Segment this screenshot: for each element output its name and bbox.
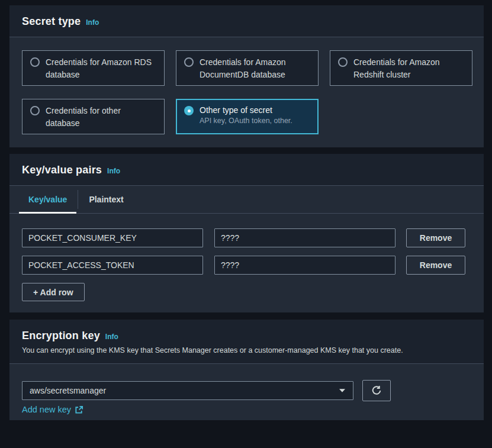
option-label: Credentials for Amazon Redshift cluster xyxy=(353,56,464,81)
key-value-row: Remove xyxy=(22,256,471,275)
option-other-type-of-secret[interactable]: Other type of secret API key, OAuth toke… xyxy=(176,99,319,134)
add-new-key-link[interactable]: Add new key xyxy=(22,405,83,414)
add-row-button[interactable]: + Add row xyxy=(22,283,85,301)
secret-type-title: Secret type xyxy=(22,15,81,28)
encryption-key-body: aws/secretsmanager Add new key xyxy=(9,364,484,420)
key-value-body: Remove Remove + Add row xyxy=(9,214,484,312)
key-value-pairs-header: Key/value pairs Info xyxy=(9,154,484,186)
key-input[interactable] xyxy=(22,256,203,275)
add-new-key-label: Add new key xyxy=(22,405,71,414)
radio-unselected-icon[interactable] xyxy=(30,106,40,115)
option-label: Other type of secret xyxy=(200,105,292,116)
option-label: Credentials for Amazon RDS database xyxy=(46,56,156,81)
radio-selected-icon[interactable] xyxy=(184,106,194,115)
secret-type-options: Credentials for Amazon RDS database Cred… xyxy=(9,37,484,147)
remove-row-button[interactable]: Remove xyxy=(406,228,465,247)
encryption-key-section: Encryption key Info You can encrypt usin… xyxy=(9,320,484,420)
tab-plaintext[interactable]: Plaintext xyxy=(79,186,133,213)
radio-unselected-icon[interactable] xyxy=(30,57,40,67)
option-other-database[interactable]: Credentials for other database xyxy=(22,99,165,134)
option-documentdb-database[interactable]: Credentials for Amazon DocumentDB databa… xyxy=(176,50,319,86)
option-redshift-cluster[interactable]: Credentials for Amazon Redshift cluster xyxy=(330,50,472,86)
radio-unselected-icon[interactable] xyxy=(184,57,194,67)
tab-key-value[interactable]: Key/value xyxy=(19,186,76,213)
key-value-pairs-section: Key/value pairs Info Key/value Plaintext… xyxy=(9,154,484,312)
tab-divider xyxy=(78,190,78,209)
encryption-key-header: Encryption key Info You can encrypt usin… xyxy=(9,320,484,364)
key-value-tabs: Key/value Plaintext xyxy=(9,186,484,214)
key-input[interactable] xyxy=(22,228,203,247)
key-value-pairs-title: Key/value pairs xyxy=(22,164,102,176)
value-input[interactable] xyxy=(214,228,395,247)
kms-key-selected-value: aws/secretsmanager xyxy=(30,386,106,395)
option-label: Credentials for Amazon DocumentDB databa… xyxy=(200,56,310,81)
option-label: Credentials for other database xyxy=(46,105,156,130)
secret-type-header: Secret type Info xyxy=(9,5,484,37)
encryption-key-info-link[interactable]: Info xyxy=(105,333,118,341)
encryption-key-description: You can encrypt using the KMS key that S… xyxy=(22,346,471,354)
encryption-key-title: Encryption key xyxy=(22,330,100,342)
secret-type-section: Secret type Info Credentials for Amazon … xyxy=(9,5,484,147)
option-rds-database[interactable]: Credentials for Amazon RDS database xyxy=(22,50,165,86)
value-input[interactable] xyxy=(214,256,395,275)
refresh-icon xyxy=(371,385,382,396)
external-link-icon xyxy=(75,405,83,414)
option-description: API key, OAuth token, other. xyxy=(200,116,292,126)
refresh-button[interactable] xyxy=(362,380,391,401)
key-value-row: Remove xyxy=(22,228,471,247)
key-value-pairs-info-link[interactable]: Info xyxy=(107,167,120,175)
kms-key-select[interactable]: aws/secretsmanager xyxy=(22,381,353,400)
secret-type-info-link[interactable]: Info xyxy=(86,18,99,27)
remove-row-button[interactable]: Remove xyxy=(406,256,465,275)
caret-down-icon xyxy=(339,388,346,393)
radio-unselected-icon[interactable] xyxy=(338,57,348,67)
